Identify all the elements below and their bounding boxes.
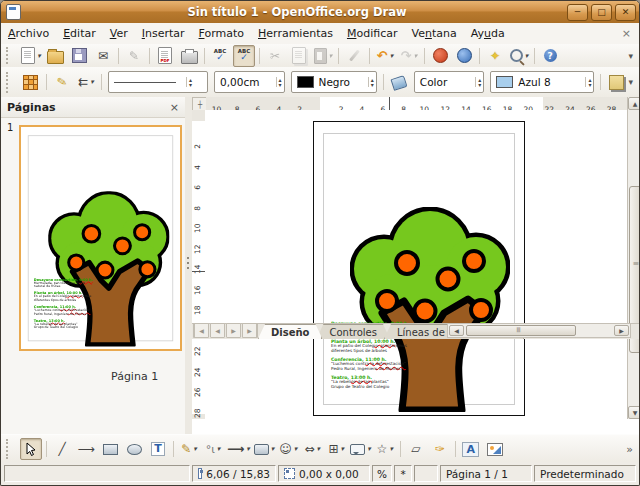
zoom-button[interactable]: ▾: [508, 45, 530, 67]
export-pdf-button[interactable]: PDF: [154, 45, 176, 67]
scroll-up-button[interactable]: ▲: [628, 97, 640, 110]
redo-button[interactable]: ↷▾: [398, 45, 420, 67]
undo-button[interactable]: ↶▾: [374, 45, 396, 67]
menu-herramientas[interactable]: Herramientas: [251, 25, 340, 42]
menu-editar[interactable]: Editar: [56, 25, 103, 42]
spinner[interactable]: ▴▾: [186, 77, 192, 87]
curve-tool-button[interactable]: ✎▾: [178, 438, 200, 460]
fontwork-button[interactable]: A: [460, 438, 482, 460]
auto-spellcheck-button[interactable]: ABC✓: [233, 45, 255, 67]
basic-shapes-button[interactable]: ▾: [253, 438, 276, 460]
menu-modificar[interactable]: Modificar: [340, 25, 405, 42]
panel-close-icon[interactable]: ×: [170, 101, 179, 114]
menu-ver[interactable]: Ver: [103, 25, 135, 42]
toolbar-grip[interactable]: [6, 47, 15, 63]
vertical-scroll-track[interactable]: [628, 110, 640, 406]
toolbar-separator: [46, 74, 47, 90]
shadow-button[interactable]: [605, 71, 627, 93]
text-tool-button[interactable]: T: [147, 438, 169, 460]
select-tool-button[interactable]: [20, 438, 42, 460]
line-tool-button[interactable]: ╱: [51, 438, 73, 460]
menu-ayuda[interactable]: Ayuda: [464, 25, 512, 42]
format-paintbrush-button[interactable]: [343, 45, 365, 67]
symbol-shapes-button[interactable]: ☺▾: [277, 438, 299, 460]
schedule-text[interactable]: Desayuno compartido, 9:00 h. Mermelada, …: [34, 278, 102, 332]
block-arrow-tool-button[interactable]: ⟶▾: [226, 438, 251, 460]
dropdown-icon: ▾: [90, 78, 94, 86]
area-dialog-button[interactable]: [388, 71, 410, 93]
last-page-button[interactable]: ▶: [242, 323, 258, 338]
star-shapes-button[interactable]: ☆▾: [374, 438, 396, 460]
spinner[interactable]: ▴▾: [585, 77, 591, 87]
new-document-button[interactable]: ▾: [20, 45, 42, 67]
glue-points-grid-button[interactable]: [20, 71, 42, 93]
rectangle-tool-button[interactable]: [99, 438, 121, 460]
drawing-area[interactable]: Desayuno compartido, 9:00 h. Mermelada, …: [205, 110, 627, 419]
scroll-down-button[interactable]: ▼: [628, 406, 640, 419]
status-page[interactable]: Página 1 / 1: [440, 465, 532, 482]
status-page-style[interactable]: Predeterminado: [534, 465, 636, 482]
window-title: Sin título 1 - OpenOffice.org Draw: [27, 5, 567, 19]
next-page-button[interactable]: ▶: [226, 323, 241, 338]
connector-tool-button[interactable]: °ι▾: [202, 438, 224, 460]
maximize-button[interactable]: □: [591, 4, 612, 21]
email-button[interactable]: ✉: [92, 45, 114, 67]
toolbar-overflow-icon[interactable]: ▾: [628, 51, 633, 61]
fill-type-select[interactable]: Color▴▾: [414, 71, 484, 93]
glue-points-button[interactable]: ✑: [429, 438, 451, 460]
edit-points-button[interactable]: ▱: [405, 438, 427, 460]
line-dialog-button[interactable]: ✎: [51, 71, 73, 93]
menu-insertar[interactable]: Insertar: [135, 25, 192, 42]
arrow-line-tool-button[interactable]: ⟶: [75, 438, 97, 460]
previous-page-button[interactable]: ◀: [210, 323, 225, 338]
insert-picture-button[interactable]: [484, 438, 506, 460]
toolbar-grip[interactable]: [6, 439, 15, 459]
cut-button[interactable]: ✂: [264, 45, 286, 67]
title-bar[interactable]: Sin título 1 - OpenOffice.org Draw ─ □ ✕: [1, 1, 639, 24]
line-color-select[interactable]: Negro▴▾: [291, 71, 377, 93]
paste-button[interactable]: ▾: [312, 45, 334, 67]
callout-shapes-button[interactable]: ▾: [349, 438, 372, 460]
spellcheck-button[interactable]: ABC✓: [209, 45, 231, 67]
spinner[interactable]: ▴▾: [276, 77, 282, 87]
toolbar-grip[interactable]: [6, 72, 15, 93]
dropdown-icon: ▾: [414, 52, 418, 60]
arrow-style-button[interactable]: ⇇▾: [75, 71, 97, 93]
tab-diseno[interactable]: Diseño: [258, 324, 322, 339]
menu-ventana[interactable]: Ventana: [404, 25, 463, 42]
horizontal-scrollbar: ◀ ▶: [447, 323, 631, 338]
close-document-icon[interactable]: ×: [622, 27, 631, 40]
flowchart-shapes-button[interactable]: ⊞▾: [325, 438, 347, 460]
navigator-button[interactable]: [453, 45, 475, 67]
ellipse-tool-button[interactable]: [123, 438, 145, 460]
toolbar-overflow-icon[interactable]: ▾: [628, 77, 633, 87]
open-button[interactable]: [44, 45, 66, 67]
arrow-shapes-button[interactable]: ⇔▾: [301, 438, 323, 460]
save-button[interactable]: [68, 45, 90, 67]
menu-archivo[interactable]: Archivo: [1, 25, 56, 42]
tab-controles[interactable]: Controles: [316, 324, 390, 339]
fill-color-select[interactable]: Azul 8▴▾: [490, 71, 594, 93]
horizontal-scroll-thumb[interactable]: [466, 325, 576, 336]
spinner[interactable]: ▴▾: [368, 77, 374, 87]
help-button[interactable]: ?: [539, 45, 561, 67]
line-style-select[interactable]: ▴▾: [108, 71, 208, 93]
close-button[interactable]: ✕: [615, 4, 636, 21]
gallery-button[interactable]: [429, 45, 451, 67]
minimize-button[interactable]: ─: [567, 4, 588, 21]
toolbar-overflow-icon[interactable]: »: [626, 443, 633, 456]
scroll-left-button[interactable]: ◀: [449, 325, 464, 336]
edit-file-button[interactable]: ✎: [123, 45, 145, 67]
status-zoom[interactable]: %: [372, 465, 392, 482]
zoom-star-button[interactable]: ✦: [484, 45, 506, 67]
line-width-input[interactable]: 0,00cm▴▾: [214, 71, 284, 93]
document-page[interactable]: Desayuno compartido, 9:00 h. Mermelada, …: [313, 121, 525, 416]
scroll-right-button[interactable]: ▶: [614, 325, 629, 336]
spinner[interactable]: ▴▾: [475, 77, 481, 87]
vertical-ruler-numbers: 246810121416182022242628: [192, 136, 205, 419]
page-thumbnail[interactable]: Desayuno compartido, 9:00 h. Mermelada, …: [19, 125, 182, 351]
first-page-button[interactable]: ◀: [193, 323, 209, 338]
menu-formato[interactable]: Formato: [192, 25, 252, 42]
copy-button[interactable]: [288, 45, 310, 67]
print-button[interactable]: [178, 45, 200, 67]
